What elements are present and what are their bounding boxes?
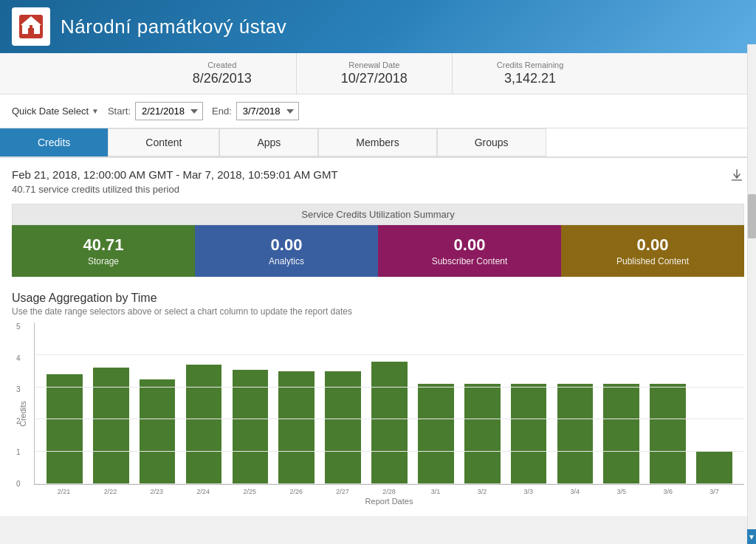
chart-section: Usage Aggregation by Time Use the date r… bbox=[12, 292, 744, 506]
chart-bar bbox=[650, 384, 686, 484]
x-axis-label-item: 2/25 bbox=[227, 488, 272, 495]
x-axis-label-item: 3/2 bbox=[459, 488, 504, 495]
chart-bars bbox=[38, 323, 741, 484]
chart-bar bbox=[278, 371, 315, 484]
chart-bar-group[interactable] bbox=[227, 323, 272, 484]
subscriber-value: 0.00 bbox=[385, 235, 554, 255]
end-date-input[interactable]: 3/7/2018 bbox=[236, 102, 299, 120]
chart-bar-group[interactable] bbox=[182, 323, 227, 484]
chart-subtitle: Use the date range selectors above or se… bbox=[12, 306, 744, 317]
created-cell: Created 8/26/2013 bbox=[148, 53, 297, 94]
x-axis-label-item: 2/27 bbox=[320, 488, 365, 495]
x-axis-label-item: 2/28 bbox=[367, 488, 412, 495]
y-axis-4: 4 bbox=[16, 354, 21, 362]
chart-bar-group[interactable] bbox=[367, 323, 412, 484]
credits-remaining-value: 3,142.21 bbox=[497, 71, 563, 86]
published-value: 0.00 bbox=[568, 235, 737, 255]
storage-card: 40.71 Storage bbox=[12, 225, 195, 277]
tab-bar: Credits Content Apps Members Groups bbox=[0, 128, 756, 158]
storage-label: Storage bbox=[19, 256, 188, 266]
analytics-card: 0.00 Analytics bbox=[195, 225, 378, 277]
start-label: Start: bbox=[108, 106, 131, 117]
published-label: Published Content bbox=[568, 256, 737, 266]
x-axis-label-item: 3/5 bbox=[599, 488, 644, 495]
x-axis-label-item: 2/24 bbox=[181, 488, 226, 495]
x-axis-labels: 2/212/222/232/242/252/262/272/283/13/23/… bbox=[34, 486, 744, 495]
tab-groups[interactable]: Groups bbox=[437, 128, 546, 156]
renewal-cell: Renewal Date 10/27/2018 bbox=[297, 53, 453, 94]
date-range-text: Feb 21, 2018, 12:00:00 AM GMT - Mar 7, 2… bbox=[12, 168, 338, 181]
chart-bar bbox=[371, 362, 408, 484]
chart-bar bbox=[418, 384, 454, 484]
chart-bar bbox=[47, 374, 83, 484]
info-bar: Created 8/26/2013 Renewal Date 10/27/201… bbox=[0, 53, 756, 94]
chart-bar bbox=[186, 365, 222, 484]
tab-members[interactable]: Members bbox=[318, 128, 436, 156]
chart-bar-group[interactable] bbox=[552, 323, 597, 484]
subscriber-label: Subscriber Content bbox=[385, 256, 554, 266]
end-label: End: bbox=[212, 106, 232, 117]
chart-bar bbox=[140, 379, 176, 484]
chart-bar-group[interactable] bbox=[42, 323, 87, 484]
svg-rect-4 bbox=[28, 28, 34, 34]
chart-bar bbox=[325, 371, 361, 484]
chart-bar bbox=[603, 384, 639, 484]
analytics-value: 0.00 bbox=[202, 235, 371, 255]
chart-bar-group[interactable] bbox=[460, 323, 505, 484]
tab-apps[interactable]: Apps bbox=[219, 128, 318, 156]
chart-bar bbox=[233, 370, 269, 484]
chart-bar-group[interactable] bbox=[320, 323, 365, 484]
created-value: 8/26/2013 bbox=[193, 71, 252, 86]
logo-icon bbox=[18, 13, 44, 40]
chart-bar bbox=[696, 452, 732, 484]
quick-date-arrow-icon: ▼ bbox=[92, 107, 99, 115]
x-axis-label-item: 2/21 bbox=[41, 488, 86, 495]
chart-bar-group[interactable] bbox=[89, 323, 134, 484]
credits-used-text: 40.71 service credits utilized this peri… bbox=[12, 184, 338, 195]
analytics-label: Analytics bbox=[202, 256, 371, 266]
chart-bar-group[interactable] bbox=[135, 323, 180, 484]
x-axis-label-item: 3/3 bbox=[506, 488, 551, 495]
y-axis-0: 0 bbox=[16, 480, 21, 488]
chart-bar-group[interactable] bbox=[413, 323, 458, 484]
start-date-group: Start: 2/21/2018 bbox=[108, 102, 203, 120]
download-icon[interactable] bbox=[729, 168, 744, 187]
chart-bar-group[interactable] bbox=[599, 323, 644, 484]
tab-content[interactable]: Content bbox=[108, 128, 219, 156]
x-axis-label-item: 2/26 bbox=[274, 488, 319, 495]
x-axis-label-item: 2/22 bbox=[88, 488, 133, 495]
scrollbar-thumb[interactable] bbox=[748, 194, 756, 238]
x-axis-label-item: 3/4 bbox=[552, 488, 597, 495]
storage-value: 40.71 bbox=[19, 235, 188, 255]
chart-bar bbox=[557, 384, 594, 484]
chart-bar-group[interactable] bbox=[506, 323, 551, 484]
renewal-label: Renewal Date bbox=[341, 61, 408, 69]
y-axis-3: 3 bbox=[16, 385, 21, 393]
start-date-input[interactable]: 2/21/2018 bbox=[135, 102, 203, 120]
quick-date-label: Quick Date Select bbox=[12, 106, 89, 117]
scrollbar-track bbox=[747, 44, 756, 516]
created-label: Created bbox=[193, 61, 252, 69]
chart-bar-group[interactable] bbox=[645, 323, 690, 484]
y-axis-2: 2 bbox=[16, 417, 21, 425]
chart-title: Usage Aggregation by Time bbox=[12, 292, 744, 305]
chart-bar-group[interactable] bbox=[274, 323, 319, 484]
x-axis-label-item: 3/1 bbox=[413, 488, 458, 495]
tab-credits[interactable]: Credits bbox=[0, 128, 108, 156]
quick-date-select[interactable]: Quick Date Select ▼ bbox=[12, 106, 99, 117]
subscriber-card: 0.00 Subscriber Content bbox=[378, 225, 561, 277]
renewal-value: 10/27/2018 bbox=[341, 71, 408, 86]
chart-bar bbox=[464, 384, 501, 484]
summary-cards: 40.71 Storage 0.00 Analytics 0.00 Subscr… bbox=[12, 225, 744, 277]
org-logo bbox=[12, 7, 50, 46]
filter-bar: Quick Date Select ▼ Start: 2/21/2018 End… bbox=[0, 94, 756, 128]
x-axis-label-item: 3/6 bbox=[645, 488, 690, 495]
chart-bar-group[interactable] bbox=[692, 323, 737, 484]
published-card: 0.00 Published Content bbox=[561, 225, 744, 277]
org-title: Národní památkový ústav bbox=[61, 16, 286, 38]
x-axis-label: Report Dates bbox=[365, 497, 413, 506]
y-axis-1: 1 bbox=[16, 448, 21, 456]
y-axis-5: 5 bbox=[16, 323, 21, 331]
app-header: Národní památkový ústav bbox=[0, 0, 756, 53]
chart-bar bbox=[511, 384, 547, 484]
